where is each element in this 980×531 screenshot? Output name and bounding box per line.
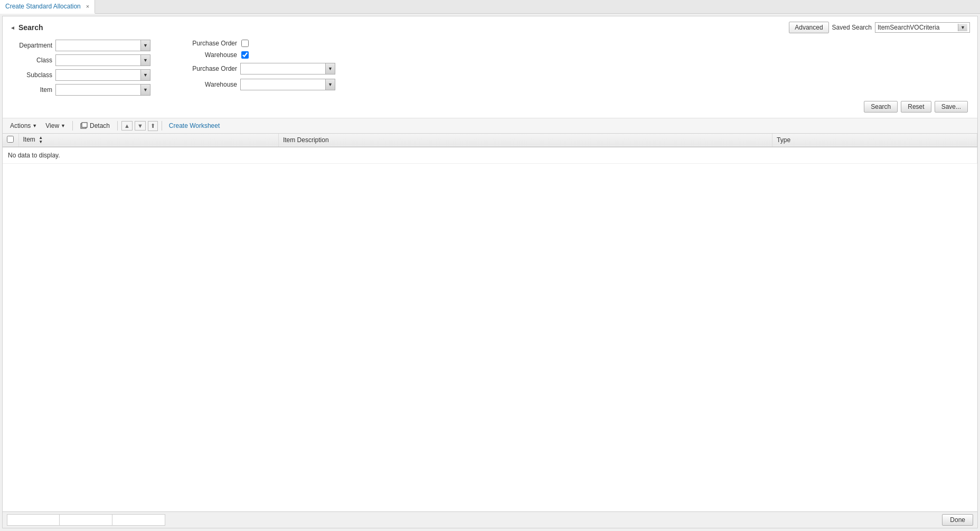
select-all-checkbox[interactable] [7, 136, 14, 143]
search-title-area: ◄ Search [10, 23, 43, 32]
view-dropdown-arrow-icon: ▼ [61, 123, 65, 128]
department-select[interactable]: ▼ [55, 40, 150, 51]
purchase-order-dropdown-arrow[interactable]: ▼ [325, 63, 335, 74]
detach-icon [80, 122, 88, 129]
saved-search-dropdown-arrow[interactable]: ▼ [958, 24, 967, 31]
purchase-order-checkbox[interactable] [241, 40, 249, 47]
create-worksheet-button[interactable]: Create Worksheet [166, 120, 223, 131]
item-arrow-icon[interactable]: ▼ [140, 85, 150, 95]
table-body: No data to display. [3, 147, 977, 164]
form-left: Department ▼ Class ▼ Subclass [10, 40, 168, 96]
th-item[interactable]: Item ▲ ▼ [18, 134, 278, 147]
table-header-row: Item ▲ ▼ Item Description Type [3, 134, 977, 147]
th-type[interactable]: Type [772, 134, 977, 147]
form-area: Department ▼ Class ▼ Subclass [10, 40, 970, 96]
no-data-message: No data to display. [3, 147, 977, 164]
class-input[interactable] [56, 55, 140, 66]
search-header-right: Advanced Saved Search ItemSearchVOCriter… [789, 22, 970, 33]
saved-search-value: ItemSearchVOCriteria [878, 24, 956, 31]
search-section: ◄ Search Advanced Saved Search ItemSearc… [3, 16, 977, 118]
footer-cell-3 [112, 514, 165, 526]
table-area: Item ▲ ▼ Item Description Type [3, 134, 977, 164]
department-arrow-icon[interactable]: ▼ [140, 40, 150, 51]
warehouse-checkbox[interactable] [241, 51, 249, 59]
svg-rect-1 [82, 123, 87, 127]
warehouse-dropdown-label: Warehouse [190, 81, 237, 88]
tab-create-standard-allocation[interactable]: Create Standard Allocation × [0, 0, 95, 14]
actions-button[interactable]: Actions ▼ [7, 120, 40, 131]
purchase-order-dropdown-row: Purchase Order ▼ [190, 63, 337, 74]
view-label: View [45, 122, 59, 129]
footer-bar: Done [3, 511, 977, 528]
department-label: Department [10, 42, 52, 49]
purchase-order-dropdown-input[interactable] [241, 63, 325, 74]
warehouse-dropdown-input[interactable] [241, 79, 325, 90]
purchase-order-dropdown-label: Purchase Order [190, 65, 237, 72]
search-button[interactable]: Search [864, 101, 898, 113]
toolbar-separator-2 [117, 121, 118, 131]
footer-cell-1 [7, 514, 60, 526]
item-select[interactable]: ▼ [55, 84, 150, 96]
item-input[interactable] [56, 85, 140, 95]
view-button[interactable]: View ▼ [42, 120, 69, 131]
detach-button[interactable]: Detach [77, 120, 114, 131]
toolbar-separator-3 [162, 121, 162, 131]
saved-search-select[interactable]: ItemSearchVOCriteria ▼ [875, 22, 970, 33]
item-sort-icons[interactable]: ▲ ▼ [39, 136, 43, 144]
subclass-input[interactable] [56, 70, 140, 80]
action-buttons: Search Reset Save... [10, 101, 970, 113]
tab-label: Create Standard Allocation [5, 3, 81, 10]
purchase-order-dropdown[interactable]: ▼ [240, 63, 335, 74]
warehouse-dropdown-arrow[interactable]: ▼ [325, 79, 335, 90]
subclass-label: Subclass [10, 71, 52, 79]
footer-cells [7, 514, 165, 526]
sort-desc-icon: ▼ [39, 140, 43, 144]
move-up-icon-button[interactable]: ▲ [121, 121, 133, 131]
subclass-row: Subclass ▼ [10, 69, 168, 81]
purchase-order-checkbox-row: Purchase Order [190, 40, 337, 47]
collapse-icon[interactable]: ◄ [10, 25, 15, 31]
done-button[interactable]: Done [942, 514, 973, 526]
advanced-button[interactable]: Advanced [789, 22, 828, 33]
no-data-row: No data to display. [3, 147, 977, 164]
footer-cell-2 [60, 514, 112, 526]
toolbar-separator-1 [72, 121, 73, 131]
search-title-text: Search [18, 23, 43, 32]
th-checkbox [3, 134, 18, 147]
actions-label: Actions [10, 122, 31, 129]
save-button[interactable]: Save... [935, 101, 968, 113]
subclass-select[interactable]: ▼ [55, 69, 150, 81]
data-table: Item ▲ ▼ Item Description Type [3, 134, 977, 164]
warehouse-dropdown-row: Warehouse ▼ [190, 79, 337, 90]
form-right: Purchase Order Warehouse Purchase Order … [190, 40, 337, 96]
tab-bar: Create Standard Allocation × [0, 0, 980, 14]
class-arrow-icon[interactable]: ▼ [140, 55, 150, 66]
class-row: Class ▼ [10, 54, 168, 66]
actions-dropdown-arrow-icon: ▼ [32, 123, 37, 128]
move-top-icon-button[interactable]: ⬆ [148, 121, 158, 131]
warehouse-checkbox-label: Warehouse [190, 51, 237, 59]
item-label: Item [10, 86, 52, 94]
search-header: ◄ Search Advanced Saved Search ItemSearc… [10, 22, 970, 33]
th-item-description[interactable]: Item Description [278, 134, 772, 147]
reset-button[interactable]: Reset [901, 101, 931, 113]
department-row: Department ▼ [10, 40, 168, 51]
department-input[interactable] [56, 40, 140, 51]
toolbar: Actions ▼ View ▼ Detach ▲ ▼ ⬆ Create Wor… [3, 118, 977, 134]
subclass-arrow-icon[interactable]: ▼ [140, 70, 150, 80]
warehouse-dropdown[interactable]: ▼ [240, 79, 335, 90]
tab-close-icon[interactable]: × [86, 3, 89, 10]
class-select[interactable]: ▼ [55, 54, 150, 66]
item-row: Item ▼ [10, 84, 168, 96]
main-container: ◄ Search Advanced Saved Search ItemSearc… [2, 16, 978, 528]
purchase-order-checkbox-label: Purchase Order [190, 40, 237, 47]
saved-search-label: Saved Search [832, 24, 872, 31]
class-label: Class [10, 57, 52, 64]
warehouse-checkbox-row: Warehouse [190, 51, 337, 59]
move-down-icon-button[interactable]: ▼ [135, 121, 146, 131]
detach-label: Detach [90, 122, 110, 129]
